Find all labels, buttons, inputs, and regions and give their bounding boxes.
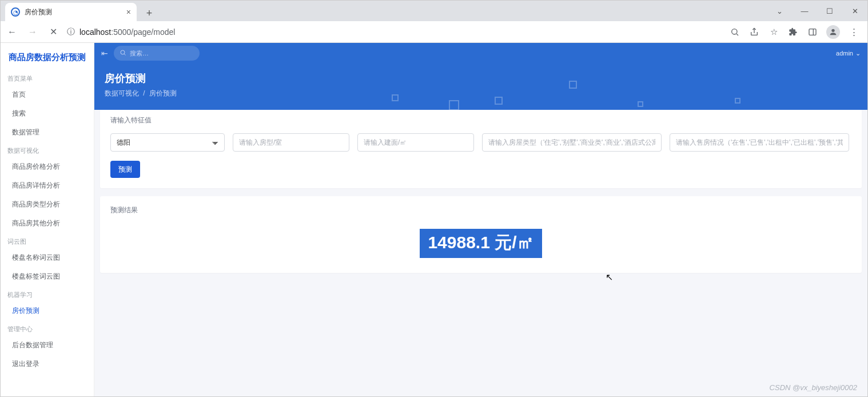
topbar-search-input[interactable] <box>130 50 209 57</box>
prediction-result-value: 14988.1 元/㎡ <box>420 229 541 258</box>
url-box[interactable]: ⓘ localhost:5000/page/model <box>67 27 722 37</box>
search-icon <box>120 49 126 57</box>
rooms-input[interactable] <box>233 133 349 152</box>
sidebar-item-logout[interactable]: 退出登录 <box>1 355 94 374</box>
sidebar: 商品房数据分析预测 首页菜单 首页 搜索 数据管理 数据可视化 商品房价格分析 … <box>1 43 94 396</box>
sidebar-item-price-prediction[interactable]: 房价预测 <box>1 301 94 320</box>
topbar-user-menu[interactable]: admin ⌄ <box>836 50 861 57</box>
sidebar-item-backend-management[interactable]: 后台数据管理 <box>1 336 94 355</box>
site-info-icon[interactable]: ⓘ <box>67 27 75 37</box>
sidebar-section-viz: 数据可视化 <box>1 142 94 157</box>
breadcrumb-separator: / <box>143 89 145 97</box>
search-icon[interactable] <box>729 26 740 38</box>
kebab-menu-icon[interactable]: ⋮ <box>848 26 859 38</box>
tab-title: 房价预测 <box>25 7 122 17</box>
browser-address-bar: ← → ✕ ⓘ localhost:5000/page/model ☆ <box>1 21 867 43</box>
side-panel-icon[interactable] <box>807 26 818 38</box>
svg-point-0 <box>732 29 737 34</box>
page-header: 房价预测 数据可视化 / 房价预测 <box>94 63 867 110</box>
feature-card-title: 请输入特征值 <box>110 116 851 125</box>
star-icon[interactable]: ☆ <box>768 26 779 38</box>
sidebar-section-ml: 机器学习 <box>1 286 94 301</box>
svg-point-6 <box>121 50 125 54</box>
chevron-down-icon: ⌄ <box>855 50 861 57</box>
sidebar-item-home[interactable]: 首页 <box>1 85 94 104</box>
sidebar-item-name-cloud[interactable]: 楼盘名称词云图 <box>1 248 94 267</box>
close-icon[interactable]: × <box>126 7 131 17</box>
sidebar-item-type-analysis[interactable]: 商品房类型分析 <box>1 195 94 214</box>
share-icon[interactable] <box>748 26 760 38</box>
house-type-input[interactable] <box>482 133 662 152</box>
sidebar-section-admin: 管理中心 <box>1 320 94 336</box>
sidebar-logo: 商品房数据分析预测 <box>1 43 94 70</box>
svg-point-5 <box>831 29 834 31</box>
area-input[interactable] <box>357 133 474 152</box>
sidebar-item-detail-analysis[interactable]: 商品房详情分析 <box>1 176 94 195</box>
extensions-icon[interactable] <box>787 26 799 38</box>
sidebar-item-data-management[interactable]: 数据管理 <box>1 123 94 142</box>
page-title: 房价预测 <box>105 72 857 85</box>
sale-status-input[interactable] <box>670 133 849 152</box>
sidebar-item-other-analysis[interactable]: 商品房其他分析 <box>1 214 94 233</box>
topbar: ⇤ admin ⌄ <box>94 43 867 63</box>
result-card-title: 预测结果 <box>110 205 851 215</box>
chevron-down-icon[interactable]: ⌄ <box>771 3 787 19</box>
profile-avatar-icon[interactable] <box>826 25 840 39</box>
svg-line-1 <box>736 34 738 35</box>
url-host: localhost <box>79 27 111 37</box>
forward-button[interactable]: → <box>26 25 39 39</box>
tab-favicon-icon: ◔ <box>11 7 20 17</box>
sidebar-section-home: 首页菜单 <box>1 70 94 85</box>
window-close-button[interactable]: ✕ <box>847 3 863 19</box>
breadcrumb-parent[interactable]: 数据可视化 <box>105 89 139 97</box>
window-minimize-button[interactable]: — <box>797 3 813 19</box>
topbar-username: admin <box>836 50 853 57</box>
breadcrumb-current: 房价预测 <box>149 89 177 97</box>
new-tab-button[interactable]: + <box>141 5 157 21</box>
browser-tab-strip: ◔ 房价预测 × + ⌄ — ☐ ✕ <box>1 1 867 21</box>
window-maximize-button[interactable]: ☐ <box>822 3 838 19</box>
sidebar-item-tag-cloud[interactable]: 楼盘标签词云图 <box>1 267 94 286</box>
city-select[interactable]: 德阳 <box>110 133 225 152</box>
sidebar-item-search[interactable]: 搜索 <box>1 104 94 123</box>
back-button[interactable]: ← <box>5 25 19 39</box>
sidebar-collapse-icon[interactable]: ⇤ <box>101 49 108 58</box>
svg-rect-3 <box>809 29 816 35</box>
feature-input-card: 请输入特征值 德阳 预测 <box>100 106 862 188</box>
svg-line-7 <box>124 54 125 55</box>
url-path: :5000/page/model <box>111 27 175 37</box>
sidebar-section-cloud: 词云图 <box>1 233 94 248</box>
stop-reload-button[interactable]: ✕ <box>46 25 60 39</box>
sidebar-item-price-analysis[interactable]: 商品房价格分析 <box>1 157 94 176</box>
result-card: 预测结果 14988.1 元/㎡ <box>100 196 862 273</box>
predict-button[interactable]: 预测 <box>110 161 140 178</box>
browser-tab[interactable]: ◔ 房价预测 × <box>5 3 137 21</box>
breadcrumb: 数据可视化 / 房价预测 <box>105 89 857 98</box>
topbar-search[interactable] <box>114 46 200 61</box>
watermark: CSDN @vx_biyesheji0002 <box>770 383 857 392</box>
